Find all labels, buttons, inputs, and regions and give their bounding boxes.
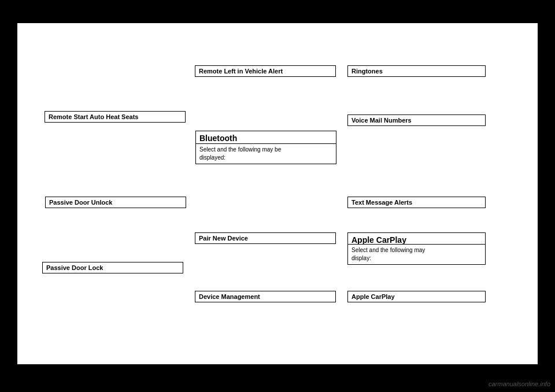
ringtones: Ringtones [347, 65, 486, 77]
device-management: Device Management [195, 291, 336, 302]
pair-new-device: Pair New Device [195, 232, 336, 244]
apple-carplay-desc: Select and the following may display: [347, 244, 486, 265]
remote-start-auto-heat-seats: Remote Start Auto Heat Seats [45, 111, 186, 123]
bluetooth-desc: Select and the following may be displaye… [195, 143, 336, 164]
passive-door-unlock: Passive Door Unlock [45, 197, 186, 208]
page-background: Remote Left in Vehicle AlertRingtonesRem… [0, 0, 555, 392]
passive-door-lock: Passive Door Lock [42, 262, 183, 273]
text-message-alerts: Text Message Alerts [347, 197, 486, 208]
remote-left-in-vehicle-alert: Remote Left in Vehicle Alert [195, 65, 336, 77]
voice-mail-numbers: Voice Mail Numbers [347, 114, 486, 126]
apple-carplay-sub: Apple CarPlay [347, 291, 486, 302]
watermark: carmanualsonline.info [489, 380, 550, 387]
